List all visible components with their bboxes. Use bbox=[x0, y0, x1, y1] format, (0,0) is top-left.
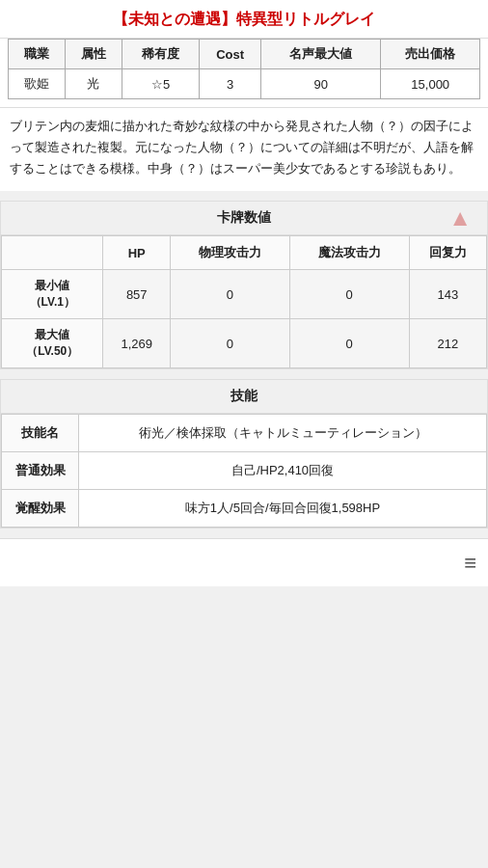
skill-cell: 自己/HP2,410回復 bbox=[79, 452, 487, 490]
info-table: 職業属性稀有度Cost名声最大値売出価格 歌姫光☆539015,000 bbox=[8, 39, 480, 99]
page-title: 【未知との遭遇】特異型リトルグレイ bbox=[113, 11, 375, 27]
menu-icon[interactable]: ≡ bbox=[464, 551, 476, 576]
info-table-data-row: 歌姫光☆539015,000 bbox=[9, 69, 480, 99]
table-row: 最大値 （LV.50）1,26900212 bbox=[2, 319, 487, 368]
table-row: 最小値 （LV.1）85700143 bbox=[2, 270, 487, 319]
info-col-header: Cost bbox=[200, 40, 261, 69]
skills-body: 技能名術光／検体採取（キャトルミューティレーション）普通効果自己/HP2,410… bbox=[2, 415, 487, 528]
stats-header-row: HP物理攻击力魔法攻击力回复力 bbox=[2, 236, 487, 270]
card-stats-section: 卡牌数値 ▲ HP物理攻击力魔法攻击力回复力 最小値 （LV.1）8570014… bbox=[0, 201, 488, 369]
skill-row-label: 覚醒効果 bbox=[2, 490, 79, 528]
info-cell: 光 bbox=[65, 69, 122, 99]
info-col-header: 属性 bbox=[65, 40, 122, 69]
info-table-wrap: 職業属性稀有度Cost名声最大値売出価格 歌姫光☆539015,000 bbox=[0, 39, 488, 107]
stats-cell: 1,269 bbox=[103, 319, 171, 368]
skill-row-label: 技能名 bbox=[2, 415, 79, 452]
stats-col-header: HP bbox=[103, 236, 171, 270]
stats-row-label: 最小値 （LV.1） bbox=[2, 270, 103, 319]
title-section: 【未知との遭遇】特異型リトルグレイ bbox=[0, 0, 488, 39]
stats-cell: 857 bbox=[103, 270, 171, 319]
stats-col-header bbox=[2, 236, 103, 270]
info-col-header: 稀有度 bbox=[122, 40, 200, 69]
stats-row-label: 最大値 （LV.50） bbox=[2, 319, 103, 368]
skill-cell: 術光／検体採取（キャトルミューティレーション） bbox=[79, 415, 487, 452]
stats-cell: 212 bbox=[409, 319, 486, 368]
scroll-up-icon[interactable]: ▲ bbox=[448, 204, 472, 231]
skills-header: 技能 bbox=[1, 380, 487, 414]
info-col-header: 職業 bbox=[9, 40, 66, 69]
skills-section: 技能 技能名術光／検体採取（キャトルミューティレーション）普通効果自己/HP2,… bbox=[0, 379, 488, 529]
stats-body: 最小値 （LV.1）85700143最大値 （LV.50）1,26900212 bbox=[2, 270, 487, 368]
info-col-header: 名声最大値 bbox=[261, 40, 381, 69]
info-cell: 15,000 bbox=[381, 69, 480, 99]
card-stats-header: 卡牌数値 ▲ bbox=[1, 202, 487, 235]
card-stats-title: 卡牌数値 bbox=[217, 209, 271, 225]
info-cell: 3 bbox=[200, 69, 261, 99]
info-table-header-row: 職業属性稀有度Cost名声最大値売出価格 bbox=[9, 40, 480, 69]
stats-cell: 0 bbox=[170, 270, 289, 319]
table-row: 覚醒効果味方1人/5回合/毎回合回復1,598HP bbox=[2, 490, 487, 528]
table-row: 技能名術光／検体採取（キャトルミューティレーション） bbox=[2, 415, 487, 452]
bottom-bar: ≡ bbox=[0, 538, 488, 586]
skill-row-label: 普通効果 bbox=[2, 452, 79, 490]
description-text: ブリテン内の麦畑に描かれた奇妙な紋様の中から発見された人物（？）の因子によって製… bbox=[10, 119, 474, 176]
info-col-header: 売出価格 bbox=[381, 40, 480, 69]
table-row: 普通効果自己/HP2,410回復 bbox=[2, 452, 487, 490]
skill-cell: 味方1人/5回合/毎回合回復1,598HP bbox=[79, 490, 487, 528]
stats-col-header: 物理攻击力 bbox=[170, 236, 289, 270]
stats-cell: 0 bbox=[170, 319, 289, 368]
stats-table: HP物理攻击力魔法攻击力回复力 最小値 （LV.1）85700143最大値 （L… bbox=[1, 235, 487, 368]
stats-cell: 0 bbox=[289, 270, 409, 319]
stats-col-header: 回复力 bbox=[409, 236, 486, 270]
info-cell: 90 bbox=[261, 69, 381, 99]
skills-table: 技能名術光／検体採取（キャトルミューティレーション）普通効果自己/HP2,410… bbox=[1, 414, 487, 528]
info-cell: 歌姫 bbox=[9, 69, 66, 99]
stats-col-header: 魔法攻击力 bbox=[289, 236, 409, 270]
skills-title: 技能 bbox=[230, 388, 258, 403]
stats-cell: 0 bbox=[289, 319, 409, 368]
stats-cell: 143 bbox=[409, 270, 486, 319]
info-cell: ☆5 bbox=[122, 69, 200, 99]
description: ブリテン内の麦畑に描かれた奇妙な紋様の中から発見された人物（？）の因子によって製… bbox=[0, 107, 488, 191]
